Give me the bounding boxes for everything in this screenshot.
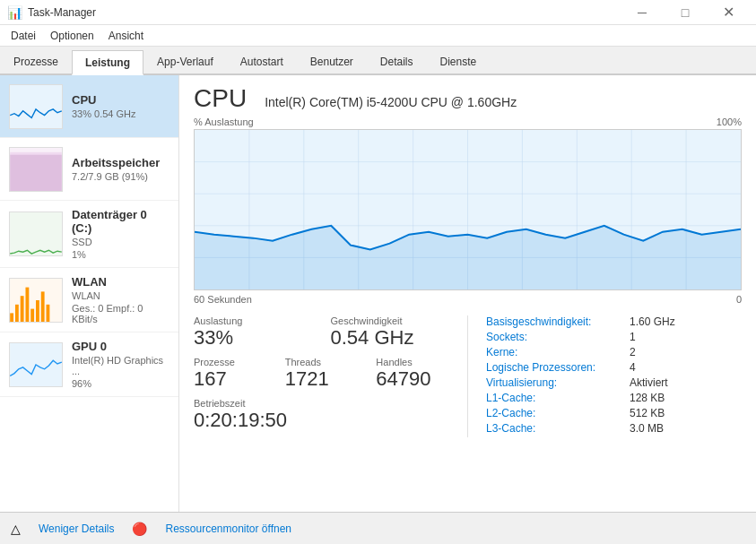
info-basisgeschwindigkeit: Basisgeschwindigkeit: 1.60 GHz bbox=[486, 315, 742, 328]
sidebar-item-cpu[interactable]: CPU 33% 0.54 GHz bbox=[0, 75, 178, 138]
disk-sub2: 1% bbox=[72, 249, 169, 260]
sidebar-item-gpu[interactable]: GPU 0 Intel(R) HD Graphics ... 96% bbox=[0, 332, 178, 397]
disk-label: Datenträger 0 (C:) bbox=[72, 208, 169, 235]
stat-auslastung: Auslastung 33% bbox=[194, 315, 313, 350]
betriebszeit-label: Betriebszeit bbox=[194, 398, 449, 409]
graph-label-top: % Auslastung 100% bbox=[194, 117, 742, 127]
right-panel: CPU Intel(R) Core(TM) i5-4200U CPU @ 1.6… bbox=[179, 75, 756, 512]
tab-bar: Prozesse Leistung App-Verlauf Autostart … bbox=[0, 47, 756, 75]
svg-rect-6 bbox=[10, 313, 13, 322]
wlan-thumbnail bbox=[9, 278, 63, 323]
maximize-button[interactable]: □ bbox=[665, 0, 706, 25]
info-logische: Logische Prozessoren: 4 bbox=[486, 361, 742, 374]
menu-datei[interactable]: Datei bbox=[4, 28, 43, 44]
y-axis-label: % Auslastung bbox=[194, 117, 254, 127]
betriebszeit-value: 0:20:19:50 bbox=[194, 409, 449, 432]
stat-betriebszeit: Betriebszeit 0:20:19:50 bbox=[194, 398, 449, 432]
memory-info: Arbeitsspeicher 7.2/7.9 GB (91%) bbox=[72, 156, 169, 182]
stats-section: Auslastung 33% Geschwindigkeit 0.54 GHz … bbox=[194, 315, 742, 437]
cpu-label: CPU bbox=[72, 93, 169, 107]
virtualisierung-val: Aktiviert bbox=[630, 376, 668, 389]
info-virtualisierung: Virtualisierung: Aktiviert bbox=[486, 376, 742, 389]
svg-rect-8 bbox=[21, 296, 24, 322]
disk-thumbnail bbox=[9, 212, 63, 256]
handles-label: Handles bbox=[376, 357, 449, 367]
svg-rect-13 bbox=[47, 304, 50, 321]
basisgeschwindigkeit-key: Basisgeschwindigkeit: bbox=[486, 315, 630, 328]
disk-sub1: SSD bbox=[72, 237, 169, 247]
resource-monitor-icon: 🔴 bbox=[132, 522, 147, 536]
stats-left: Auslastung 33% Geschwindigkeit 0.54 GHz … bbox=[194, 315, 468, 437]
geschwindigkeit-label: Geschwindigkeit bbox=[331, 315, 450, 326]
prozesse-value: 167 bbox=[194, 367, 267, 391]
sidebar-item-memory[interactable]: Arbeitsspeicher 7.2/7.9 GB (91%) bbox=[0, 138, 178, 201]
wlan-sub1: WLAN bbox=[72, 290, 169, 301]
gpu-info: GPU 0 Intel(R) HD Graphics ... 96% bbox=[72, 340, 169, 389]
memory-sub: 7.2/7.9 GB (91%) bbox=[72, 171, 169, 182]
gpu-sub2: 96% bbox=[72, 378, 169, 389]
auslastung-label: Auslastung bbox=[194, 315, 313, 326]
disk-info: Datenträger 0 (C:) SSD 1% bbox=[72, 208, 169, 260]
stats-row-2: Prozesse 167 Threads 1721 Handles 64790 bbox=[194, 357, 449, 391]
svg-rect-9 bbox=[25, 287, 29, 321]
window-controls: ─ □ ✕ bbox=[621, 0, 749, 25]
x-axis-end: 0 bbox=[736, 294, 742, 305]
info-table: Basisgeschwindigkeit: 1.60 GHz Sockets: … bbox=[486, 315, 742, 435]
logische-key: Logische Prozessoren: bbox=[486, 361, 630, 374]
sidebar-item-disk[interactable]: Datenträger 0 (C:) SSD 1% bbox=[0, 201, 178, 268]
main-content: CPU 33% 0.54 GHz Arbeitsspeicher 7.2/7.9… bbox=[0, 75, 756, 512]
tab-benutzer[interactable]: Benutzer bbox=[297, 48, 367, 73]
svg-rect-10 bbox=[30, 308, 34, 321]
info-l1: L1-Cache: 128 KB bbox=[486, 392, 742, 404]
menu-optionen[interactable]: Optionen bbox=[43, 28, 101, 44]
resource-monitor-link[interactable]: Ressourcenmonitor öffnen bbox=[165, 522, 291, 535]
tab-details[interactable]: Details bbox=[367, 48, 427, 73]
wlan-sub2: Ges.: 0 Empf.: 0 KBit/s bbox=[72, 303, 169, 324]
bottom-bar: △ Weniger Details 🔴 Ressourcenmonitor öf… bbox=[0, 512, 756, 544]
kerne-val: 2 bbox=[630, 346, 636, 358]
stat-prozesse: Prozesse 167 bbox=[194, 357, 267, 391]
l3-key: L3-Cache: bbox=[486, 422, 630, 435]
gpu-label: GPU 0 bbox=[72, 340, 169, 353]
sidebar-item-wlan[interactable]: WLAN WLAN Ges.: 0 Empf.: 0 KBit/s bbox=[0, 268, 178, 332]
close-button[interactable]: ✕ bbox=[708, 0, 749, 25]
l3-val: 3.0 MB bbox=[630, 422, 664, 435]
sockets-val: 1 bbox=[630, 331, 636, 343]
less-details-link[interactable]: Weniger Details bbox=[39, 522, 114, 535]
tab-prozesse[interactable]: Prozesse bbox=[0, 48, 72, 73]
virtualisierung-key: Virtualisierung: bbox=[486, 376, 630, 389]
right-subtitle: Intel(R) Core(TM) i5-4200U CPU @ 1.60GHz bbox=[265, 95, 517, 109]
info-sockets: Sockets: 1 bbox=[486, 331, 742, 343]
kerne-key: Kerne: bbox=[486, 346, 630, 358]
tab-app-verlauf[interactable]: App-Verlauf bbox=[143, 48, 227, 73]
minimize-button[interactable]: ─ bbox=[621, 0, 663, 25]
sockets-key: Sockets: bbox=[486, 331, 630, 343]
threads-value: 1721 bbox=[285, 367, 359, 391]
memory-thumbnail bbox=[9, 147, 63, 192]
menu-ansicht[interactable]: Ansicht bbox=[101, 28, 151, 44]
menu-bar: Datei Optionen Ansicht bbox=[0, 25, 756, 47]
less-details-icon: △ bbox=[11, 522, 21, 536]
geschwindigkeit-value: 0.54 GHz bbox=[331, 326, 450, 350]
auslastung-value: 33% bbox=[194, 326, 313, 350]
l1-key: L1-Cache: bbox=[486, 392, 630, 404]
info-l3: L3-Cache: 3.0 MB bbox=[486, 422, 742, 435]
svg-rect-12 bbox=[41, 291, 45, 322]
tab-leistung[interactable]: Leistung bbox=[72, 50, 143, 75]
handles-value: 64790 bbox=[376, 367, 449, 391]
svg-rect-4 bbox=[10, 212, 62, 255]
cpu-info: CPU 33% 0.54 GHz bbox=[72, 93, 169, 119]
stat-threads: Threads 1721 bbox=[285, 357, 359, 391]
cpu-graph bbox=[194, 129, 742, 290]
svg-rect-11 bbox=[36, 300, 39, 322]
stat-geschwindigkeit: Geschwindigkeit 0.54 GHz bbox=[331, 315, 450, 350]
info-kerne: Kerne: 2 bbox=[486, 346, 742, 358]
graph-label-bottom: 60 Sekunden 0 bbox=[194, 294, 742, 305]
x-axis-start: 60 Sekunden bbox=[194, 294, 252, 305]
tab-dienste[interactable]: Dienste bbox=[427, 48, 491, 73]
svg-rect-3 bbox=[10, 154, 62, 190]
right-title: CPU bbox=[194, 84, 247, 113]
title-bar: 📊 Task-Manager ─ □ ✕ bbox=[0, 0, 756, 25]
tab-autostart[interactable]: Autostart bbox=[227, 48, 297, 73]
gpu-thumbnail bbox=[9, 342, 63, 387]
